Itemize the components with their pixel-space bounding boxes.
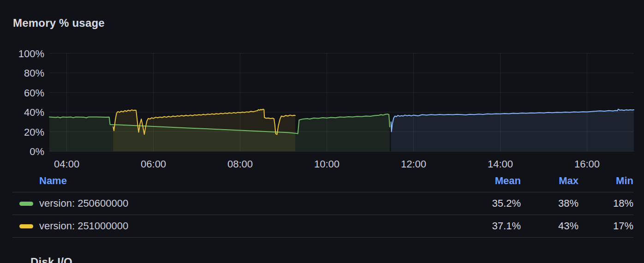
x-axis-tick-label: 12:00 [401,158,426,170]
y-axis-tick-label: 0% [30,146,44,157]
legend-header-row: Name Mean Max Min [12,170,633,192]
series-mean-value: 37.1% [461,220,521,232]
legend-header-name[interactable]: Name [12,175,461,187]
legend-header-max[interactable]: Max [521,175,578,187]
series-max-value: 43% [521,220,578,232]
series-label[interactable]: version: 251000000 [39,220,128,232]
y-axis-tick-label: 40% [24,107,44,118]
legend-row-version-251000000: version: 251000000 37.1% 43% 17% [12,215,633,238]
series-label[interactable]: version: 250600000 [39,197,128,209]
grafana-dashboard: Memory % usage 0%20%40%60%80%100%04:0006… [0,0,644,263]
y-axis-tick-label: 20% [24,126,44,138]
x-axis-tick-label: 16:00 [574,158,600,170]
x-axis-tick-label: 04:00 [54,158,79,170]
memory-usage-chart[interactable]: 0%20%40%60%80%100%04:0006:0008:0010:0012… [0,0,644,170]
x-axis-tick-label: 14:00 [488,158,513,170]
x-axis-tick-label: 06:00 [141,158,166,170]
legend-row-version-250600000: version: 250600000 35.2% 38% 18% [12,192,633,215]
legend-series-name[interactable]: version: 250600000 [12,197,461,209]
y-axis-tick-label: 100% [18,48,44,60]
panel-title-disk-io[interactable]: Disk I/O [30,256,72,263]
series-min-value: 17% [578,220,633,232]
series-mean-value: 35.2% [461,197,521,209]
series-min-value: 18% [578,197,633,209]
y-axis-tick-label: 80% [24,67,44,79]
legend-table: Name Mean Max Min version: 250600000 35.… [12,170,633,238]
series-max-value: 38% [521,197,578,209]
series-swatch-cell [12,224,39,228]
legend-series-name[interactable]: version: 251000000 [12,220,461,232]
x-axis-tick-label: 10:00 [314,158,340,170]
series-color-swatch-green[interactable] [19,202,33,206]
series-color-swatch-yellow[interactable] [19,224,33,228]
x-axis-tick-label: 08:00 [227,158,253,170]
legend-header-mean[interactable]: Mean [461,175,521,187]
legend-header-min[interactable]: Min [578,175,633,187]
series-swatch-cell [12,202,39,206]
y-axis-tick-label: 60% [24,87,44,99]
